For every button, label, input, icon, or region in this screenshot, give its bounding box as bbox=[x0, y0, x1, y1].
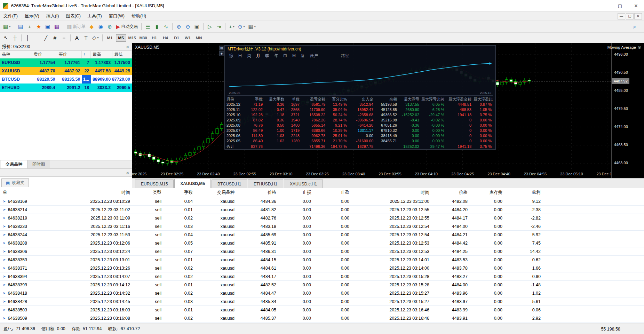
market-watch-col-0[interactable]: 品种 bbox=[0, 51, 32, 58]
mtdriver-minimize-button[interactable]: ▤ bbox=[219, 46, 224, 50]
mtdriver-tab-季[interactable]: 季 bbox=[265, 53, 269, 59]
timeframe-m1[interactable]: M1 bbox=[105, 34, 115, 42]
order-row[interactable]: ➤646381692025.12.23 03:10:29sell0.04xauu… bbox=[0, 197, 644, 206]
orders-col-9[interactable]: 价格 bbox=[431, 190, 470, 196]
vertical-line-button[interactable]: │ bbox=[23, 33, 32, 42]
market-watch-col-3[interactable]: ! bbox=[82, 51, 91, 58]
templates-button[interactable]: ▦▾ bbox=[247, 22, 257, 31]
quote-row-eurusd[interactable]: EURUSD1.177541.1776171.178031.17500 bbox=[0, 58, 132, 67]
chart-tab-xauusd-m5[interactable]: XAUUSD,M5 bbox=[174, 179, 211, 188]
timeframe-w1[interactable]: W1 bbox=[183, 34, 193, 42]
mtdriver-tab-日[interactable]: 日 bbox=[238, 53, 242, 59]
order-row[interactable]: ➤646385032025.12.23 03:16:03sell0.01xauu… bbox=[0, 306, 644, 314]
mdi-control-2[interactable]: ✕ bbox=[634, 13, 642, 19]
menu-item-1[interactable]: 显示(V) bbox=[21, 12, 43, 21]
orders-col-10[interactable]: 库存费 bbox=[470, 190, 504, 196]
mtdriver-tab-M[interactable]: M bbox=[292, 53, 296, 58]
menu-item-2[interactable]: 插入(I) bbox=[43, 12, 63, 21]
mdi-control-0[interactable]: — bbox=[618, 13, 625, 19]
orders-col-8[interactable]: 时间 bbox=[351, 190, 431, 196]
order-row[interactable]: ➤646383942025.12.23 03:14:07sell0.02xauu… bbox=[0, 272, 644, 281]
quote-row-btcusd[interactable]: BTCUSD88120.5088135.501...88909.0087720.… bbox=[0, 75, 132, 84]
mtdriver-tab-周[interactable]: 周 bbox=[247, 53, 251, 59]
horizontal-line-button[interactable]: ─ bbox=[32, 33, 41, 42]
timeframe-d1[interactable]: D1 bbox=[172, 34, 182, 42]
orders-col-4[interactable]: 交易品种 bbox=[195, 190, 237, 196]
chart-area[interactable]: XAUUSD,M5 Moving Average ⊗ ▤ ◈ MTDriver统… bbox=[132, 43, 644, 178]
orders-col-5[interactable]: 价格 bbox=[237, 190, 278, 196]
menu-item-5[interactable]: 窗口(W) bbox=[105, 12, 128, 21]
order-row[interactable]: ➤646382442025.12.23 03:11:53sell0.04xauu… bbox=[0, 231, 644, 239]
market-watch-col-4[interactable]: 最高 bbox=[91, 51, 112, 58]
trendline-button[interactable]: ╱ bbox=[41, 33, 50, 42]
orders-col-3[interactable]: 手数 bbox=[164, 190, 195, 196]
order-row[interactable]: ➤646384182025.12.23 03:14:32sell0.02xauu… bbox=[0, 289, 644, 297]
new-chart-button[interactable]: ▦▾ bbox=[1, 22, 12, 31]
periods-button[interactable]: ⊙▾ bbox=[236, 22, 247, 31]
orders-col-0[interactable]: 单 bbox=[0, 190, 59, 196]
chart-tab-xauusd-c-h1[interactable]: XAUUSD.c,H1 bbox=[284, 180, 323, 188]
navigator-tab-favorites[interactable]: ▤ 收藏夹 bbox=[1, 178, 29, 187]
order-row[interactable]: ➤646385092025.12.23 03:16:08sell0.02xauu… bbox=[0, 314, 644, 323]
timeframe-h1[interactable]: H1 bbox=[149, 34, 160, 42]
chart-candles-button[interactable]: ▮ bbox=[152, 22, 161, 31]
market-watch-col-1[interactable]: 卖价 bbox=[32, 51, 57, 58]
data-window-button[interactable]: + bbox=[25, 22, 34, 31]
timeframe-m5[interactable]: M5 bbox=[116, 34, 126, 42]
market-watch-button[interactable]: ▤ bbox=[16, 22, 25, 31]
order-row[interactable]: ➤646383992025.12.23 03:14:12sell0.01xauu… bbox=[0, 281, 644, 289]
mdi-control-1[interactable]: ▢ bbox=[626, 13, 634, 19]
market-button[interactable]: ⊕ bbox=[105, 22, 114, 31]
navigator-button[interactable]: ★ bbox=[34, 22, 43, 31]
chart-tab-btcusd-h1[interactable]: BTCUSD,H1 bbox=[212, 180, 247, 188]
close-button[interactable]: ✕ bbox=[628, 0, 644, 11]
orders-col-2[interactable]: 类型 bbox=[132, 190, 164, 196]
text-button[interactable]: A bbox=[72, 33, 81, 42]
mtdriver-tab-综[interactable]: 综 bbox=[229, 53, 233, 59]
search-button[interactable]: ⌕ bbox=[630, 22, 639, 31]
order-row[interactable]: ➤646383712025.12.23 03:13:26sell0.02xauu… bbox=[0, 264, 644, 272]
orders-col-7[interactable]: 止盈 bbox=[313, 190, 351, 196]
order-row[interactable]: ➤646383532025.12.23 03:13:01sell0.01xauu… bbox=[0, 256, 644, 264]
menu-item-4[interactable]: 工具(T) bbox=[84, 12, 105, 21]
mtdriver-tab-月[interactable]: 月 bbox=[256, 53, 260, 59]
menu-item-0[interactable]: 文件(F) bbox=[0, 12, 21, 21]
quote-row-ethusd[interactable]: ETHUSD2989.42991.2183033.22969.5 bbox=[0, 84, 132, 92]
community-button[interactable]: ◉ bbox=[96, 22, 105, 31]
market-watch-tab-1[interactable]: 即时图 bbox=[27, 160, 50, 168]
orders-col-1[interactable]: 时间 bbox=[59, 190, 132, 196]
mtdriver-tab-巾[interactable]: 巾 bbox=[283, 53, 287, 59]
navigator-close-icon[interactable]: × bbox=[125, 170, 130, 175]
zoom-out-button[interactable]: ⊖ bbox=[183, 22, 192, 31]
market-watch-col-5[interactable]: 最低 bbox=[112, 51, 132, 58]
chart-tab-ethusd-h1[interactable]: ETHUSD,H1 bbox=[248, 180, 283, 188]
auto-scroll-button[interactable]: ▷ bbox=[205, 22, 214, 31]
timeframe-m30[interactable]: M30 bbox=[138, 34, 149, 42]
fibonacci-button[interactable]: ≡ bbox=[59, 33, 69, 42]
indicator-close-icon[interactable]: ⊗ bbox=[638, 45, 641, 50]
menu-item-3[interactable]: 图表(C) bbox=[62, 12, 84, 21]
mtdriver-menu-button[interactable]: ◈ bbox=[219, 51, 224, 56]
new-order-button[interactable]: ▥新订单 bbox=[65, 22, 87, 31]
indicators-button[interactable]: +▾ bbox=[227, 22, 236, 31]
order-row[interactable]: ➤646382142025.12.23 03:11:02sell0.01xauu… bbox=[0, 206, 644, 214]
channel-button[interactable]: # bbox=[50, 33, 59, 42]
orders-col-11[interactable]: 获利 bbox=[504, 190, 543, 196]
order-row[interactable]: ➤646382882025.12.23 03:12:06sell0.05xauu… bbox=[0, 239, 644, 247]
market-watch-close-icon[interactable]: × bbox=[125, 44, 130, 49]
price-axis[interactable]: 4487.92 4496.004490.504485.004479.504474… bbox=[611, 43, 644, 178]
label-button[interactable]: T bbox=[81, 33, 90, 42]
timeframe-mn[interactable]: MN bbox=[194, 34, 204, 42]
chart-bars-button[interactable]: ☰ bbox=[143, 22, 152, 31]
toolbox-button[interactable]: ▣ bbox=[43, 22, 52, 31]
order-row[interactable]: ➤646383062025.12.23 03:12:24sell0.07xauu… bbox=[0, 247, 644, 256]
cursor-button[interactable]: ↖ bbox=[1, 33, 10, 42]
maximize-button[interactable]: ▢ bbox=[612, 0, 628, 11]
order-row[interactable]: ➤646382332025.12.23 03:11:16sell0.03xauu… bbox=[0, 222, 644, 231]
quote-row-xauusd[interactable]: XAUUSD4487.704487.92224497.584449.25 bbox=[0, 67, 132, 75]
autotrading-button[interactable]: ▶自动交易 bbox=[114, 22, 140, 31]
order-row[interactable]: ➤646384282025.12.23 03:14:45sell0.03xauu… bbox=[0, 297, 644, 306]
shapes-button[interactable]: ◇▾ bbox=[90, 33, 101, 42]
minimize-button[interactable]: — bbox=[596, 0, 612, 11]
menu-item-6[interactable]: 帮助(H) bbox=[128, 12, 150, 21]
